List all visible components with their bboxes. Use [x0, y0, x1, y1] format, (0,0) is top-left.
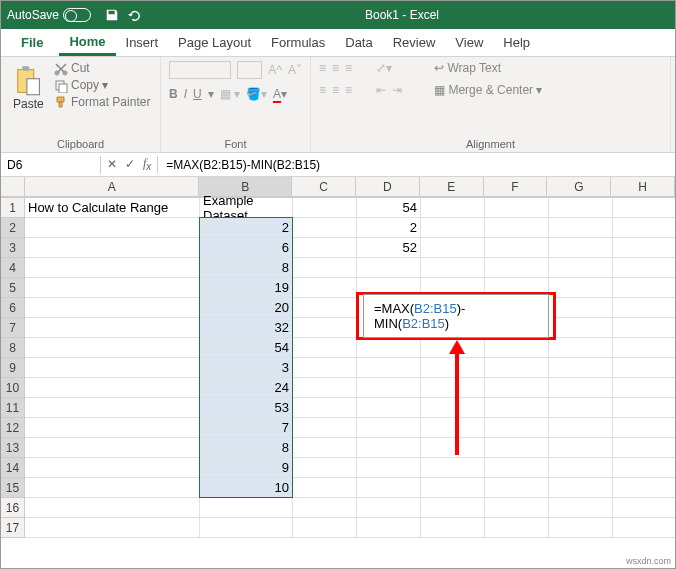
cell-D9[interactable]	[357, 358, 421, 378]
cell-G10[interactable]	[549, 378, 613, 398]
cell-F17[interactable]	[485, 518, 549, 538]
cell-G14[interactable]	[549, 458, 613, 478]
row-header-7[interactable]: 7	[1, 318, 25, 338]
cell-G8[interactable]	[549, 338, 613, 358]
bold-button[interactable]: B	[169, 87, 178, 101]
cell-G9[interactable]	[549, 358, 613, 378]
cell-B11[interactable]: 53	[200, 398, 293, 418]
align-middle-icon[interactable]: ≡	[332, 61, 339, 75]
name-box[interactable]: D6	[1, 156, 101, 174]
cell-H15[interactable]	[613, 478, 676, 498]
col-header-F[interactable]: F	[484, 177, 548, 197]
cell-H8[interactable]	[613, 338, 676, 358]
cell-B16[interactable]	[200, 498, 293, 518]
cell-B6[interactable]: 20	[200, 298, 293, 318]
cell-F3[interactable]	[485, 238, 549, 258]
cell-H16[interactable]	[613, 498, 676, 518]
cut-button[interactable]: Cut	[54, 61, 151, 76]
format-painter-button[interactable]: Format Painter	[54, 95, 151, 110]
cell-D17[interactable]	[357, 518, 421, 538]
cell-B4[interactable]: 8	[200, 258, 293, 278]
cell-H12[interactable]	[613, 418, 676, 438]
cell-A10[interactable]	[25, 378, 200, 398]
cell-C16[interactable]	[293, 498, 357, 518]
select-all-corner[interactable]	[1, 177, 25, 197]
increase-indent-icon[interactable]: ⇥	[392, 83, 402, 97]
cell-D12[interactable]	[357, 418, 421, 438]
cell-F13[interactable]	[485, 438, 549, 458]
tab-view[interactable]: View	[445, 31, 493, 54]
cell-D4[interactable]	[357, 258, 421, 278]
cell-C3[interactable]	[293, 238, 357, 258]
align-top-icon[interactable]: ≡	[319, 61, 326, 75]
cell-G11[interactable]	[549, 398, 613, 418]
cell-H11[interactable]	[613, 398, 676, 418]
cell-D11[interactable]	[357, 398, 421, 418]
cell-H14[interactable]	[613, 458, 676, 478]
cancel-icon[interactable]: ✕	[107, 157, 117, 171]
undo-icon[interactable]	[127, 8, 141, 22]
cell-B3[interactable]: 6	[200, 238, 293, 258]
cell-G16[interactable]	[549, 498, 613, 518]
cell-A4[interactable]	[25, 258, 200, 278]
cell-F15[interactable]	[485, 478, 549, 498]
cell-E1[interactable]	[421, 198, 485, 218]
cell-H9[interactable]	[613, 358, 676, 378]
cell-B15[interactable]: 10	[200, 478, 293, 498]
row-header-6[interactable]: 6	[1, 298, 25, 318]
tab-data[interactable]: Data	[335, 31, 382, 54]
cell-B2[interactable]: 2	[200, 218, 293, 238]
paste-button[interactable]: Paste	[9, 61, 48, 115]
cell-C15[interactable]	[293, 478, 357, 498]
italic-button[interactable]: I	[184, 87, 187, 101]
row-header-4[interactable]: 4	[1, 258, 25, 278]
cell-B14[interactable]: 9	[200, 458, 293, 478]
cell-F11[interactable]	[485, 398, 549, 418]
col-header-H[interactable]: H	[611, 177, 675, 197]
cell-C10[interactable]	[293, 378, 357, 398]
cell-G4[interactable]	[549, 258, 613, 278]
cell-G6[interactable]	[549, 298, 613, 318]
cell-D8[interactable]	[357, 338, 421, 358]
cell-H2[interactable]	[613, 218, 676, 238]
row-header-5[interactable]: 5	[1, 278, 25, 298]
cell-C4[interactable]	[293, 258, 357, 278]
col-header-A[interactable]: A	[25, 177, 199, 197]
cell-A9[interactable]	[25, 358, 200, 378]
cell-H3[interactable]	[613, 238, 676, 258]
col-header-E[interactable]: E	[420, 177, 484, 197]
cell-A1[interactable]: How to Calculate Range	[25, 198, 200, 218]
cell-D2[interactable]: 2	[357, 218, 421, 238]
cell-B12[interactable]: 7	[200, 418, 293, 438]
row-header-11[interactable]: 11	[1, 398, 25, 418]
cell-C7[interactable]	[293, 318, 357, 338]
row-header-2[interactable]: 2	[1, 218, 25, 238]
cell-G5[interactable]	[549, 278, 613, 298]
cell-A14[interactable]	[25, 458, 200, 478]
cell-H1[interactable]	[613, 198, 676, 218]
copy-button[interactable]: Copy ▾	[54, 78, 151, 93]
cell-C12[interactable]	[293, 418, 357, 438]
cell-D1[interactable]: 54	[357, 198, 421, 218]
align-right-icon[interactable]: ≡	[345, 83, 352, 97]
cell-A3[interactable]	[25, 238, 200, 258]
cell-B8[interactable]: 54	[200, 338, 293, 358]
cell-G15[interactable]	[549, 478, 613, 498]
autosave-toggle[interactable]: AutoSave	[7, 8, 91, 22]
cell-A5[interactable]	[25, 278, 200, 298]
cell-C2[interactable]	[293, 218, 357, 238]
cell-G3[interactable]	[549, 238, 613, 258]
cell-G13[interactable]	[549, 438, 613, 458]
cell-C13[interactable]	[293, 438, 357, 458]
cell-F8[interactable]	[485, 338, 549, 358]
cell-A11[interactable]	[25, 398, 200, 418]
increase-font-icon[interactable]: A^	[268, 63, 282, 77]
cell-F2[interactable]	[485, 218, 549, 238]
enter-icon[interactable]: ✓	[125, 157, 135, 171]
cell-G1[interactable]	[549, 198, 613, 218]
cell-B1[interactable]: Example Dataset	[200, 198, 293, 218]
cell-H4[interactable]	[613, 258, 676, 278]
tab-insert[interactable]: Insert	[116, 31, 169, 54]
decrease-font-icon[interactable]: A˅	[288, 63, 302, 77]
cell-E15[interactable]	[421, 478, 485, 498]
